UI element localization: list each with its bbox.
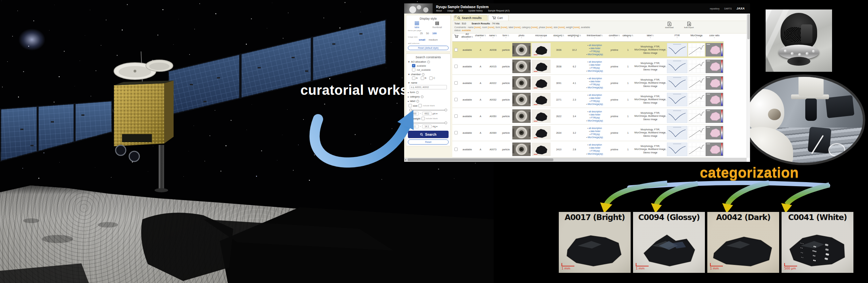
table-view-button[interactable]: table: [414, 22, 419, 28]
ftir-chart-thumb[interactable]: [667, 60, 687, 73]
filter-option[interactable]: ✓available: [412, 64, 449, 67]
tab-cart[interactable]: Cart: [488, 15, 509, 21]
row-link[interactable]: MicrOmega(zip): [583, 119, 607, 122]
microscope-photo-thumb[interactable]: [532, 109, 551, 123]
filter-caret-icon[interactable]: ▾: [634, 37, 666, 38]
row-select-cell[interactable]: [452, 108, 460, 125]
checkbox[interactable]: [421, 117, 425, 120]
row-link[interactable]: data folder: [583, 63, 607, 66]
ftir-chart-thumb[interactable]: [667, 143, 687, 156]
micromega-chart-thumb[interactable]: [688, 76, 705, 90]
search-button[interactable]: Search: [408, 131, 449, 138]
slider-handle-min[interactable]: [409, 109, 412, 111]
row-link[interactable]: FTIR(zip): [583, 116, 607, 119]
row-checkbox[interactable]: [454, 48, 458, 51]
color-ratio-thumb[interactable]: [706, 109, 723, 123]
color-ratio-thumb[interactable]: [706, 43, 723, 57]
name-filter-input[interactable]: [410, 85, 447, 89]
image-size-option[interactable]: medium: [429, 38, 438, 41]
row-link[interactable]: MicrOmega(zip): [583, 53, 607, 56]
container-photo-thumb[interactable]: [512, 126, 531, 139]
ftir-chart-thumb[interactable]: [667, 126, 687, 139]
column-header[interactable]: MicrOmega▾: [688, 31, 705, 42]
unit-select[interactable]: mg ▾: [433, 125, 437, 128]
filter-caret-icon[interactable]: ▾: [607, 37, 622, 38]
filter-header[interactable]: ▼AO allocationi: [408, 60, 449, 63]
items-per-page-option[interactable]: 25: [420, 32, 422, 35]
color-ratio-thumb[interactable]: [706, 126, 723, 139]
ftir-chart-thumb[interactable]: [667, 109, 687, 123]
column-header[interactable]: microscope▾: [531, 31, 551, 42]
filter-header[interactable]: ▸formi: [408, 91, 449, 94]
color-ratio-thumb[interactable]: [706, 93, 723, 106]
filter-caret-icon[interactable]: ▾: [552, 37, 566, 38]
slider-handle-max[interactable]: [445, 122, 447, 124]
logo-repository[interactable]: repository: [710, 7, 720, 10]
checkbox[interactable]: [409, 104, 412, 107]
row-link[interactable]: FTIR(zip): [583, 149, 607, 152]
slider-handle-min[interactable]: [409, 122, 412, 124]
filter-caret-icon[interactable]: ▾: [688, 37, 705, 38]
row-checkbox[interactable]: [454, 81, 458, 85]
range-filter-header[interactable]: sizeinclude blank: [409, 104, 449, 107]
checkbox[interactable]: [418, 104, 422, 107]
ftir-chart-thumb[interactable]: [667, 76, 687, 90]
row-link[interactable]: all description: [583, 110, 607, 113]
column-header[interactable]: condition⇅▾: [607, 31, 622, 42]
row-link[interactable]: all description: [583, 93, 607, 96]
range-max-input[interactable]: 4911: [422, 112, 432, 115]
column-header[interactable]: category⇅▾: [622, 31, 634, 42]
container-photo-thumb[interactable]: [512, 143, 531, 156]
filter-caret-icon[interactable]: ▾: [531, 37, 551, 38]
column-header[interactable]: name⇅▾: [486, 31, 500, 42]
row-link[interactable]: MicrOmega(zip): [583, 136, 607, 139]
items-per-page-option[interactable]: 50: [426, 32, 429, 35]
nav-item-1[interactable]: Usage: [447, 9, 454, 12]
chamber-option[interactable]: B: [421, 77, 427, 80]
range-filter-header[interactable]: weightinclude blank: [409, 117, 449, 120]
row-link[interactable]: data folder: [583, 113, 607, 116]
filter-caret-icon[interactable]: ▾: [500, 37, 512, 38]
image-size-option[interactable]: small: [419, 38, 425, 41]
checkbox[interactable]: [429, 77, 433, 80]
filter-caret-icon[interactable]: ▾: [487, 37, 499, 38]
checkbox[interactable]: ✓: [412, 64, 415, 67]
sort-icon[interactable]: ⇅: [484, 35, 486, 37]
column-header[interactable]: form⇅▾: [500, 31, 512, 42]
tab-search-results[interactable]: Search results: [454, 15, 488, 21]
filter-caret-icon[interactable]: ▾: [475, 37, 486, 38]
column-header[interactable]: chamber⇅▾: [475, 31, 486, 42]
color-ratio-thumb[interactable]: [706, 76, 723, 90]
checkbox[interactable]: [409, 117, 412, 120]
column-header[interactable]: FTIR▾: [667, 31, 688, 42]
checkbox[interactable]: [421, 77, 424, 80]
row-select-cell[interactable]: [452, 91, 460, 108]
filter-option[interactable]: not_available: [412, 68, 449, 71]
sort-icon[interactable]: ⇅: [632, 35, 633, 37]
sort-icon[interactable]: ⇅: [495, 35, 497, 37]
column-header[interactable]: label⇅▾: [634, 31, 667, 42]
column-header[interactable]: link/download⇅▾: [583, 31, 607, 42]
row-link[interactable]: data folder: [583, 130, 607, 133]
row-link[interactable]: data folder: [583, 80, 607, 83]
filter-caret-icon[interactable]: ▾: [460, 38, 474, 40]
vertical-scrollbar[interactable]: [747, 14, 750, 158]
row-link[interactable]: all description: [583, 44, 607, 47]
bulk-export-button[interactable]: bulk export: [682, 22, 696, 28]
row-select-cell[interactable]: [452, 75, 460, 91]
filter-caret-icon[interactable]: ▾: [567, 37, 582, 38]
filter-caret-icon[interactable]: ▾: [667, 37, 687, 38]
row-link[interactable]: FTIR(zip): [583, 50, 607, 53]
sort-icon[interactable]: ⇅: [471, 36, 473, 38]
nav-item-4[interactable]: Sample Request (AO): [488, 9, 510, 12]
checkbox[interactable]: [412, 77, 415, 80]
unit-select[interactable]: µm ▾: [433, 112, 437, 115]
column-header[interactable]: color ratio▾: [705, 31, 724, 42]
color-ratio-thumb[interactable]: [706, 143, 723, 156]
logo-darts[interactable]: DARTS: [724, 7, 732, 10]
chamber-option[interactable]: A: [412, 77, 418, 80]
row-link[interactable]: FTIR(zip): [583, 100, 607, 103]
row-link[interactable]: all description: [583, 127, 607, 130]
add-columns-label[interactable]: add columns: [408, 42, 449, 44]
sort-icon[interactable]: ⇅: [601, 35, 603, 37]
